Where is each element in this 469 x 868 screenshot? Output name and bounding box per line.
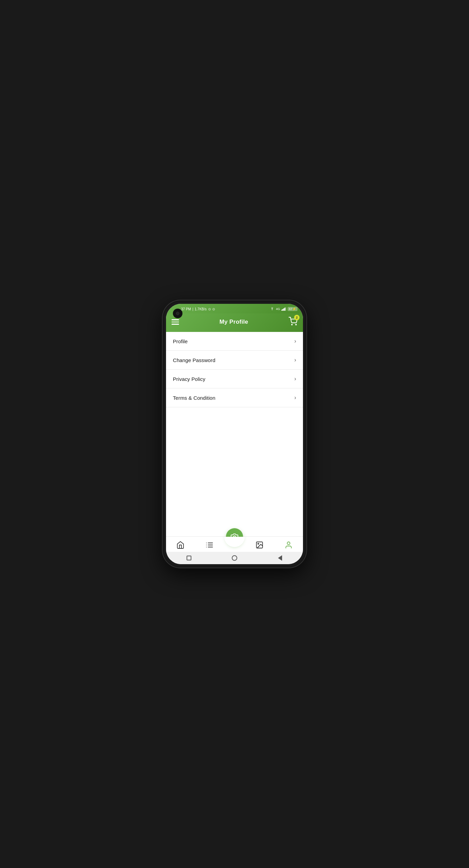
status-right: 4G 67⚡ bbox=[270, 307, 297, 311]
nav-item-home[interactable] bbox=[166, 540, 195, 550]
menu-item-terms-label: Terms & Condition bbox=[173, 395, 215, 401]
menu-item-profile[interactable]: Profile › bbox=[166, 332, 303, 351]
status-network: | bbox=[192, 307, 193, 311]
location-icon: ⊙ bbox=[212, 307, 215, 311]
menu-item-change-password-label: Change Password bbox=[173, 357, 215, 363]
camera-icon bbox=[231, 533, 238, 541]
cart-badge: 2 bbox=[294, 315, 300, 320]
menu-item-privacy-policy-label: Privacy Policy bbox=[173, 376, 205, 382]
signal-type: 4G bbox=[276, 307, 280, 311]
svg-point-7 bbox=[233, 536, 236, 538]
nav-item-profile[interactable] bbox=[274, 540, 303, 550]
hamburger-menu-button[interactable] bbox=[172, 319, 179, 325]
svg-rect-0 bbox=[281, 310, 282, 311]
android-home-icon bbox=[232, 555, 237, 561]
svg-rect-4 bbox=[286, 307, 286, 311]
android-recent-icon bbox=[187, 556, 191, 560]
status-time: 37 PM bbox=[181, 307, 191, 311]
phone-frame: 37 PM | 1.7KB/s ⊙ ⊙ 4G bbox=[163, 300, 306, 568]
hamburger-line-1 bbox=[172, 319, 179, 320]
menu-list: Profile › Change Password › Privacy Poli… bbox=[166, 332, 303, 407]
menu-item-profile-label: Profile bbox=[173, 338, 188, 344]
android-back-button[interactable] bbox=[277, 555, 283, 561]
app-header: My Profile 2 bbox=[166, 313, 303, 332]
status-bar: 37 PM | 1.7KB/s ⊙ ⊙ 4G bbox=[166, 304, 303, 313]
hamburger-line-2 bbox=[172, 322, 179, 323]
chevron-right-icon-profile: › bbox=[294, 338, 296, 344]
android-back-icon bbox=[278, 555, 282, 561]
list-icon bbox=[205, 541, 214, 549]
nav-item-list[interactable] bbox=[195, 540, 224, 550]
home-icon bbox=[176, 541, 185, 549]
camera-fab-button[interactable] bbox=[226, 528, 243, 545]
main-content: Profile › Change Password › Privacy Poli… bbox=[166, 332, 303, 536]
svg-point-15 bbox=[258, 543, 259, 544]
signal-bars-icon bbox=[281, 307, 286, 311]
menu-item-change-password[interactable]: Change Password › bbox=[166, 351, 303, 370]
profile-icon bbox=[284, 541, 293, 549]
chevron-right-icon-terms: › bbox=[294, 395, 296, 401]
gallery-icon bbox=[255, 541, 264, 549]
svg-point-16 bbox=[287, 542, 290, 545]
status-speed: 1.7KB/s bbox=[195, 307, 207, 311]
android-home-button[interactable] bbox=[231, 555, 238, 561]
chevron-right-icon-password: › bbox=[294, 357, 296, 363]
page-title: My Profile bbox=[219, 319, 248, 325]
svg-rect-2 bbox=[283, 308, 284, 311]
menu-item-terms[interactable]: Terms & Condition › bbox=[166, 388, 303, 407]
svg-point-6 bbox=[296, 324, 296, 325]
chevron-right-icon-privacy: › bbox=[294, 376, 296, 382]
svg-rect-1 bbox=[282, 309, 283, 311]
hamburger-line-3 bbox=[172, 324, 179, 325]
sync-icon: ⊙ bbox=[208, 307, 211, 311]
battery-level: 67⚡ bbox=[288, 307, 297, 311]
android-recent-button[interactable] bbox=[186, 555, 192, 561]
wifi-icon bbox=[270, 307, 275, 311]
svg-point-5 bbox=[292, 324, 292, 325]
camera-dot bbox=[176, 312, 179, 315]
nav-item-gallery[interactable] bbox=[245, 540, 274, 550]
android-navigation-bar bbox=[166, 552, 303, 564]
cart-button[interactable]: 2 bbox=[289, 317, 297, 327]
bottom-navigation bbox=[166, 536, 303, 552]
camera-notch bbox=[173, 309, 182, 318]
menu-item-privacy-policy[interactable]: Privacy Policy › bbox=[166, 370, 303, 388]
svg-rect-3 bbox=[284, 308, 286, 311]
phone-screen: 37 PM | 1.7KB/s ⊙ ⊙ 4G bbox=[166, 304, 303, 564]
